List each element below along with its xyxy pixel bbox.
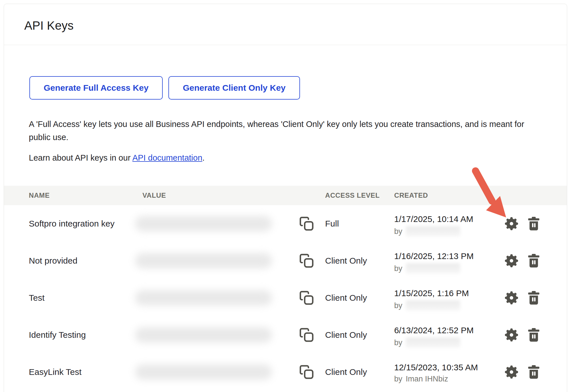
trash-icon [527, 365, 540, 379]
gear-icon [505, 291, 518, 305]
access-level-value: Client Only [325, 330, 367, 340]
api-key-name: Test [29, 293, 45, 303]
created-by-label: by [394, 227, 402, 236]
api-key-name: Not provided [29, 256, 77, 266]
trash-icon [527, 291, 540, 305]
api-key-value-redacted [135, 327, 272, 343]
created-date: 12/15/2023, 10:35 AM [394, 363, 478, 372]
api-key-value-redacted [135, 364, 272, 380]
created-cell: 12/15/2023, 10:35 AM by Iman IHNbiz [394, 363, 478, 383]
copy-icon [299, 328, 314, 342]
created-cell: 6/13/2024, 12:52 PM by [394, 326, 474, 348]
access-level-value: Full [325, 219, 339, 229]
api-key-name: Identify Testing [29, 330, 86, 340]
created-by-row: by [394, 300, 469, 311]
trash-icon [527, 254, 540, 268]
api-keys-card: API Keys Generate Full Access Key Genera… [4, 4, 567, 392]
api-key-list: Softpro integration key Full 1/17/2025, … [4, 205, 567, 391]
created-date: 1/15/2025, 1:16 PM [394, 288, 469, 298]
delete-key-button[interactable] [527, 217, 540, 231]
generate-buttons-row: Generate Full Access Key Generate Client… [29, 76, 300, 100]
created-date: 1/16/2025, 12:13 PM [394, 251, 474, 261]
copy-value-button[interactable] [299, 253, 314, 268]
created-by-row: by [394, 226, 473, 237]
api-key-value-redacted [135, 253, 272, 268]
copy-icon [299, 216, 314, 231]
copy-value-button[interactable] [299, 327, 314, 343]
table-row: Not provided Client Only 1/16/2025, 12:1… [4, 242, 567, 279]
key-settings-button[interactable] [504, 328, 519, 342]
created-by-redacted [406, 338, 460, 348]
delete-key-button[interactable] [527, 254, 540, 268]
table-header-row: NAME VALUE ACCESS LEVEL CREATED [4, 186, 567, 205]
copy-icon [299, 290, 314, 305]
page-title: API Keys [24, 19, 74, 33]
learn-more-line: Learn about API keys in our API document… [29, 151, 205, 164]
api-keys-description: A 'Full Access' key lets you use all Bus… [29, 118, 545, 144]
column-header-created: CREATED [394, 191, 428, 199]
table-row: Test Client Only 1/15/2025, 1:16 PM by [4, 279, 567, 316]
created-by-row: by [394, 338, 474, 348]
access-level-value: Client Only [325, 367, 367, 377]
created-by-redacted [406, 263, 460, 274]
key-settings-button[interactable] [504, 254, 519, 268]
table-row: Softpro integration key Full 1/17/2025, … [4, 205, 567, 242]
trash-icon [527, 328, 540, 342]
header-divider [4, 45, 567, 45]
column-header-name: NAME [29, 191, 50, 199]
created-by-name: Iman IHNbiz [406, 375, 448, 383]
delete-key-button[interactable] [527, 291, 540, 305]
learn-more-period: . [202, 153, 205, 162]
copy-icon [299, 253, 314, 268]
delete-key-button[interactable] [527, 365, 540, 379]
generate-client-only-key-button[interactable]: Generate Client Only Key [168, 76, 300, 100]
gear-icon [505, 328, 518, 342]
created-date: 6/13/2024, 12:52 PM [394, 326, 474, 335]
api-key-value-redacted [135, 290, 272, 306]
created-cell: 1/16/2025, 12:13 PM by [394, 251, 474, 274]
generate-full-access-key-button[interactable]: Generate Full Access Key [29, 76, 163, 100]
key-settings-button[interactable] [504, 365, 519, 379]
api-key-value-redacted [135, 216, 272, 231]
access-level-value: Client Only [325, 256, 367, 266]
copy-value-button[interactable] [299, 364, 314, 380]
created-by-label: by [394, 264, 402, 273]
key-settings-button[interactable] [504, 291, 519, 305]
created-by-label: by [394, 338, 402, 347]
gear-icon [505, 365, 518, 379]
api-key-name: Softpro integration key [29, 219, 114, 229]
created-cell: 1/15/2025, 1:16 PM by [394, 288, 469, 311]
key-settings-button[interactable] [504, 217, 519, 231]
table-row: EasyLink Test Client Only 12/15/2023, 10… [4, 353, 567, 391]
api-key-name: EasyLink Test [29, 367, 82, 377]
delete-key-button[interactable] [527, 328, 540, 342]
learn-more-text: Learn about API keys in our [29, 153, 132, 162]
gear-icon [505, 217, 518, 231]
copy-value-button[interactable] [299, 216, 314, 231]
copy-value-button[interactable] [299, 290, 314, 306]
created-date: 1/17/2025, 10:14 AM [394, 214, 473, 224]
trash-icon [527, 217, 540, 231]
created-cell: 1/17/2025, 10:14 AM by [394, 214, 473, 237]
column-header-value: VALUE [142, 191, 166, 199]
api-documentation-link[interactable]: API documentation [132, 153, 202, 162]
created-by-row: by [394, 263, 474, 274]
created-by-redacted [406, 226, 460, 237]
created-by-label: by [394, 375, 402, 383]
created-by-redacted [406, 300, 460, 311]
created-by-label: by [394, 301, 402, 310]
access-level-value: Client Only [325, 293, 367, 303]
copy-icon [299, 365, 314, 379]
gear-icon [505, 254, 518, 268]
table-row: Identify Testing Client Only 6/13/2024, … [4, 316, 567, 353]
created-by-row: by Iman IHNbiz [394, 375, 478, 383]
column-header-access-level: ACCESS LEVEL [325, 191, 380, 199]
